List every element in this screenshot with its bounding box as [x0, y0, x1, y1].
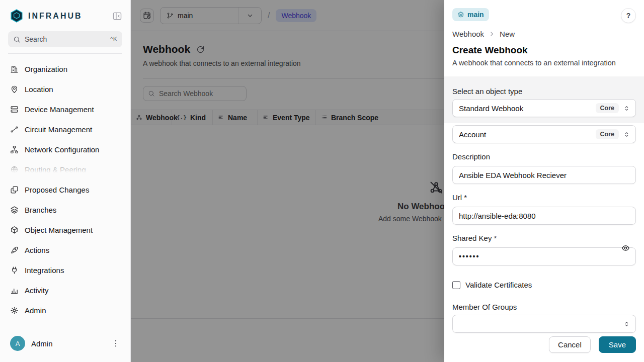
building-icon — [10, 65, 19, 73]
table-search-input[interactable] — [159, 89, 242, 98]
sidebar-nav-primary: Organization Location Device Management … — [0, 57, 130, 174]
description-field[interactable] — [452, 166, 636, 184]
column-label: Event Type — [273, 114, 310, 122]
checkbox[interactable] — [452, 281, 460, 289]
align-left-icon — [262, 114, 269, 121]
branch-name: main — [178, 12, 193, 20]
member-of-groups-select[interactable] — [452, 315, 636, 333]
refresh-icon[interactable] — [196, 45, 205, 54]
search-placeholder: Search — [25, 35, 106, 43]
server-icon — [10, 105, 19, 114]
sidebar-item-integrations[interactable]: Integrations — [4, 260, 126, 280]
git-branch-icon — [167, 12, 174, 19]
logo-row: INFRAHUB — [0, 0, 130, 29]
validate-certificates-checkbox[interactable]: Validate Certificates — [452, 281, 636, 289]
object-type-value: Standard Webhook — [459, 104, 592, 113]
object-type-label: Select an object type — [452, 87, 636, 96]
breadcrumb-webhook[interactable]: Webhook — [276, 9, 316, 22]
sidebar-item-circuit-management[interactable]: Circuit Management — [4, 119, 126, 139]
infrahub-logo-icon — [10, 9, 23, 23]
time-travel-button[interactable] — [140, 9, 154, 23]
save-button[interactable]: Save — [599, 336, 636, 353]
sidebar-item-object-management[interactable]: Object Management — [4, 220, 126, 240]
column-webhook[interactable]: Webhook — [131, 110, 172, 125]
sidebar-item-label: Admin — [25, 306, 46, 315]
member-of-groups-label: Member Of Groups — [452, 303, 636, 311]
diff-icon — [10, 186, 19, 194]
sidebar-item-routing-peering[interactable]: Routing & Peering — [4, 159, 126, 174]
sidebar-item-device-management[interactable]: Device Management — [4, 99, 126, 119]
hierarchy-icon — [10, 145, 19, 154]
sidebar-item-admin[interactable]: Admin — [4, 300, 126, 320]
sidebar-item-activity[interactable]: Activity — [4, 280, 126, 300]
eye-icon[interactable] — [621, 244, 630, 252]
table-search[interactable] — [143, 86, 247, 101]
chevron-down-icon — [246, 12, 254, 20]
branch-selector[interactable]: main — [160, 7, 262, 24]
core-badge: Core — [596, 129, 619, 139]
shared-key-field[interactable] — [452, 247, 636, 265]
align-left-icon — [217, 114, 224, 121]
plug-icon — [10, 266, 19, 275]
user-row[interactable]: A Admin — [8, 333, 122, 354]
sidebar-item-label: Circuit Management — [25, 125, 92, 134]
sidebar-item-actions[interactable]: Actions — [4, 240, 126, 260]
help-button[interactable]: ? — [621, 8, 636, 23]
account-select[interactable]: Account Core — [452, 125, 636, 143]
breadcrumb-parent[interactable]: Webhook — [452, 30, 484, 38]
sidebar-item-label: Device Management — [25, 105, 94, 114]
column-label: Webhook — [146, 114, 178, 122]
sidebar-item-label: Integrations — [25, 266, 64, 275]
chevron-up-down-icon — [623, 320, 630, 328]
sidebar-item-label: Routing & Peering — [25, 165, 86, 174]
drawer-title: Create Webhook — [452, 45, 636, 56]
calendar-clock-icon — [143, 11, 151, 20]
empty-state-subtitle: Add some Webhook — [378, 215, 442, 223]
description-label: Description — [452, 152, 636, 161]
search-icon — [13, 36, 21, 43]
object-type-select[interactable]: Standard Webhook Core — [452, 99, 636, 117]
avatar: A — [10, 336, 25, 351]
sidebar-item-location[interactable]: Location — [4, 79, 126, 99]
branch-badge: main — [452, 8, 489, 21]
chevron-up-down-icon — [623, 131, 630, 138]
sidebar-item-label: Actions — [25, 246, 49, 254]
list-icon — [320, 114, 328, 121]
cancel-button[interactable]: Cancel — [549, 336, 591, 353]
globe-icon — [10, 165, 19, 174]
layers-icon — [10, 206, 19, 214]
dots-vertical-icon[interactable] — [111, 339, 120, 348]
create-webhook-drawer: main ? Webhook New Create Webhook A webh… — [444, 0, 644, 362]
breadcrumb-current: New — [500, 30, 515, 38]
user-name: Admin — [31, 339, 105, 348]
sidebar-search-input[interactable]: Search ^K — [8, 31, 122, 47]
sidebar-item-organization[interactable]: Organization — [4, 59, 126, 79]
cube-icon — [10, 226, 19, 234]
collapse-sidebar-icon[interactable] — [112, 11, 122, 21]
rocket-icon — [10, 246, 19, 254]
shared-key-label: Shared Key * — [452, 234, 636, 242]
column-label: Branch Scope — [331, 114, 378, 122]
sidebar-item-label: Location — [25, 85, 53, 94]
column-kind[interactable]: {.} Kind — [172, 110, 213, 125]
sidebar-item-network-configuration[interactable]: Network Configuration — [4, 139, 126, 159]
column-label: Kind — [190, 114, 206, 122]
search-shortcut: ^K — [110, 36, 117, 43]
sidebar-item-proposed-changes[interactable]: Proposed Changes — [4, 179, 126, 200]
empty-state-title: No Webhook — [397, 202, 450, 212]
account-value: Account — [459, 130, 592, 139]
sidebar-item-branches[interactable]: Branches — [4, 200, 126, 220]
webhook-icon — [135, 114, 142, 121]
sidebar-item-label: Network Configuration — [25, 145, 99, 154]
core-badge: Core — [596, 103, 619, 113]
url-field[interactable] — [452, 207, 636, 225]
stack-icon — [457, 11, 464, 18]
column-event-type[interactable]: Event Type — [258, 110, 316, 125]
drawer-footer: Cancel Save — [444, 336, 644, 362]
sidebar-nav-secondary: Proposed Changes Branches Object Managem… — [0, 177, 130, 320]
gear-icon — [10, 306, 19, 315]
column-name[interactable]: Name — [213, 110, 258, 125]
breadcrumb-separator: / — [268, 11, 270, 20]
map-pin-icon — [10, 85, 19, 94]
page-title: Webhook — [143, 43, 190, 55]
